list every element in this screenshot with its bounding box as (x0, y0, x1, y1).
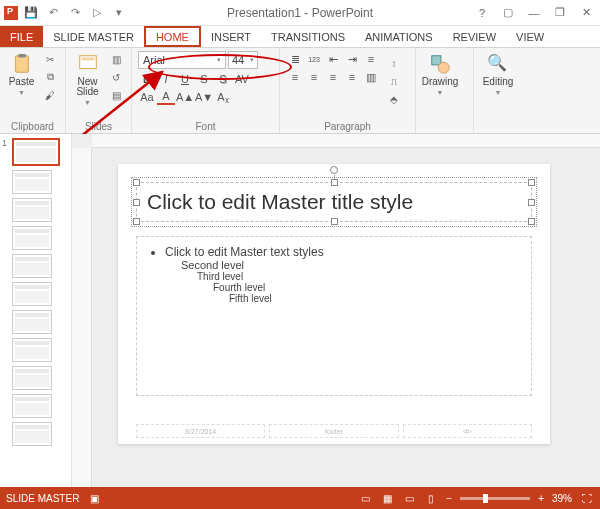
selection-handle[interactable] (528, 218, 535, 225)
chevron-down-icon: ▼ (18, 89, 25, 96)
paste-button[interactable]: Paste ▼ (6, 51, 37, 119)
underline-button[interactable]: U (176, 71, 194, 87)
help-button[interactable]: ? (470, 3, 494, 23)
tab-file[interactable]: FILE (0, 26, 43, 47)
selection-handle[interactable] (133, 199, 140, 206)
font-color-button[interactable]: A (157, 89, 175, 105)
slide-canvas[interactable]: Click to edit Master title style Click t… (118, 164, 550, 444)
tab-home[interactable]: HOME (144, 26, 201, 47)
master-view-icon[interactable]: ▣ (87, 491, 101, 505)
selection-handle[interactable] (133, 179, 140, 186)
numbering-button[interactable]: 123 (305, 51, 323, 67)
selection-handle[interactable] (331, 218, 338, 225)
ribbon-tabs: FILE SLIDE MASTER HOME INSERT TRANSITION… (0, 26, 600, 48)
thumbnail-layout[interactable] (2, 422, 69, 446)
start-slideshow-icon[interactable]: ▷ (88, 4, 106, 22)
drawing-button[interactable]: Drawing ▼ (422, 51, 458, 119)
tab-insert[interactable]: INSERT (201, 26, 261, 47)
decrease-indent-button[interactable]: ⇤ (324, 51, 342, 67)
tab-view[interactable]: VIEW (506, 26, 554, 47)
thumbnail-layout[interactable] (2, 198, 69, 222)
customize-qat-icon[interactable]: ▾ (110, 4, 128, 22)
clear-formatting-button[interactable]: Aᵪ (214, 89, 232, 105)
increase-indent-button[interactable]: ⇥ (343, 51, 361, 67)
italic-button[interactable]: I (157, 71, 175, 87)
new-slide-icon (77, 53, 99, 75)
selection-handle[interactable] (331, 179, 338, 186)
format-painter-button[interactable]: 🖌 (41, 87, 59, 103)
thumbnail-master[interactable]: 1 (2, 138, 69, 166)
body-placeholder[interactable]: Click to edit Master text styles Second … (136, 236, 532, 396)
thumbnail-layout[interactable] (2, 310, 69, 334)
align-text-button[interactable]: ⎍ (384, 73, 404, 89)
justify-button[interactable]: ≡ (343, 69, 361, 85)
thumbnail-layout[interactable] (2, 226, 69, 250)
slide-number-placeholder[interactable]: ‹#› (403, 424, 532, 438)
selection-handle[interactable] (133, 218, 140, 225)
columns-button[interactable]: ▥ (362, 69, 380, 85)
zoom-in-button[interactable]: + (538, 493, 544, 504)
text-direction-button[interactable]: ↕ (384, 55, 404, 71)
thumbnail-layout[interactable] (2, 394, 69, 418)
tab-transitions[interactable]: TRANSITIONS (261, 26, 355, 47)
new-slide-button[interactable]: New Slide ▼ (72, 51, 103, 119)
strikethrough-button[interactable]: S (195, 71, 213, 87)
convert-smartart-button[interactable]: ⬘ (384, 91, 404, 107)
rotation-handle[interactable] (330, 166, 338, 174)
undo-icon[interactable]: ↶ (44, 4, 62, 22)
zoom-slider[interactable] (460, 497, 530, 500)
thumbnail-layout[interactable] (2, 366, 69, 390)
zoom-level[interactable]: 39% (552, 493, 572, 504)
svg-rect-1 (18, 54, 25, 58)
close-button[interactable]: ✕ (574, 3, 598, 23)
tab-review[interactable]: REVIEW (443, 26, 506, 47)
drawing-label: Drawing (422, 77, 459, 87)
ribbon-display-options-icon[interactable]: ▢ (496, 3, 520, 23)
slideshow-button[interactable]: ▯ (424, 491, 438, 505)
selection-handle[interactable] (528, 179, 535, 186)
shrink-font-button[interactable]: A▼ (195, 89, 213, 105)
chevron-down-icon: ▾ (250, 56, 254, 64)
thumbnail-layout[interactable] (2, 282, 69, 306)
text-shadow-button[interactable]: S (214, 71, 232, 87)
thumbnail-layout[interactable] (2, 254, 69, 278)
date-placeholder[interactable]: 8/27/2014 (136, 424, 265, 438)
character-spacing-button[interactable]: AV (233, 71, 251, 87)
redo-icon[interactable]: ↷ (66, 4, 84, 22)
font-size-combo[interactable]: 44▾ (228, 51, 258, 69)
selection-handle[interactable] (528, 199, 535, 206)
tab-animations[interactable]: ANIMATIONS (355, 26, 443, 47)
zoom-out-button[interactable]: − (446, 493, 452, 504)
thumbnail-layout[interactable] (2, 170, 69, 194)
horizontal-ruler[interactable] (92, 134, 600, 148)
layout-button[interactable]: ▥ (107, 51, 125, 67)
line-spacing-button[interactable]: ≡ (362, 51, 380, 67)
section-button[interactable]: ▤ (107, 87, 125, 103)
reset-button[interactable]: ↺ (107, 69, 125, 85)
normal-view-button[interactable]: ▭ (358, 491, 372, 505)
restore-button[interactable]: ❐ (548, 3, 572, 23)
slide-sorter-button[interactable]: ▦ (380, 491, 394, 505)
grow-font-button[interactable]: A▲ (176, 89, 194, 105)
cut-button[interactable]: ✂ (41, 51, 59, 67)
bold-button[interactable]: B (138, 71, 156, 87)
align-left-button[interactable]: ≡ (286, 69, 304, 85)
title-placeholder[interactable]: Click to edit Master title style (136, 182, 532, 222)
editing-button[interactable]: 🔍 Editing ▼ (480, 51, 516, 119)
fit-to-window-button[interactable]: ⛶ (580, 491, 594, 505)
align-center-button[interactable]: ≡ (305, 69, 323, 85)
change-case-button[interactable]: Aa (138, 89, 156, 105)
status-bar: SLIDE MASTER ▣ ▭ ▦ ▭ ▯ − + 39% ⛶ (0, 487, 600, 509)
bullets-button[interactable]: ≣ (286, 51, 304, 67)
tab-slide-master[interactable]: SLIDE MASTER (43, 26, 144, 47)
copy-button[interactable]: ⧉ (41, 69, 59, 85)
thumbnail-pane[interactable]: 1 (0, 134, 72, 487)
minimize-button[interactable]: — (522, 3, 546, 23)
save-icon[interactable]: 💾 (22, 4, 40, 22)
font-name-combo[interactable]: Arial▾ (138, 51, 226, 69)
vertical-ruler[interactable] (72, 148, 92, 487)
align-right-button[interactable]: ≡ (324, 69, 342, 85)
reading-view-button[interactable]: ▭ (402, 491, 416, 505)
thumbnail-layout[interactable] (2, 338, 69, 362)
footer-placeholder[interactable]: footer (269, 424, 398, 438)
